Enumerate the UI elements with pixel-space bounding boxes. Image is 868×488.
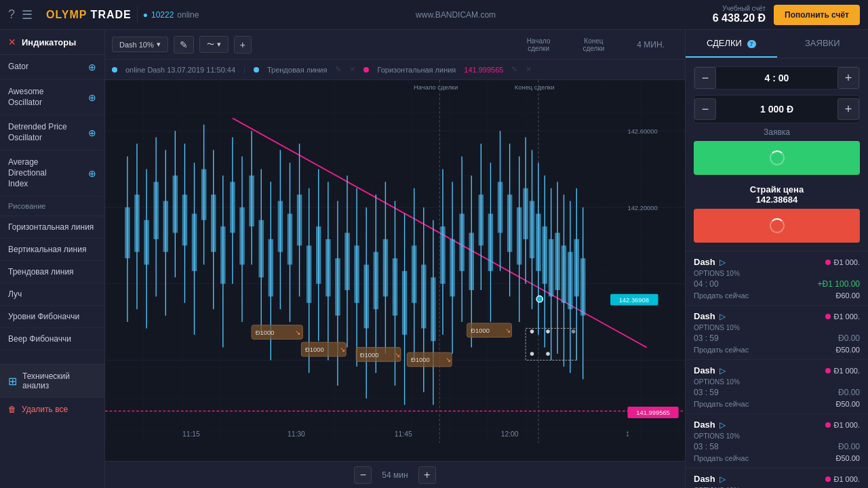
sidebar-item-trend-line[interactable]: Трендовая линия xyxy=(0,261,104,283)
horiz-remove-icon[interactable]: ✕ xyxy=(526,65,532,74)
chart-svg: Ð1000 ↘ Ð1000 ↘ Ð1000 ↘ Ð1000 ↘ xyxy=(105,80,685,443)
trade-4-name-group: Dash ▷ xyxy=(694,420,726,430)
trade-item-1-name-group: Dash ▷ xyxy=(694,257,726,267)
draw-tool-btn[interactable]: ✎ xyxy=(174,36,194,54)
horiz-edit-icon[interactable]: ✎ xyxy=(511,65,517,74)
svg-rect-62 xyxy=(125,207,130,258)
trade-5-amount-group: Ð1 000. xyxy=(825,475,860,483)
trade-3-sell-btn[interactable]: Продать сейчас xyxy=(694,400,749,408)
sidebar-item-fib-fan[interactable]: Веер Фибоначчи xyxy=(0,328,104,350)
zoom-in-btn[interactable]: + xyxy=(418,466,436,484)
instrument-selector[interactable]: Dash 10% ▾ xyxy=(112,37,168,52)
trade-1-options: OPTIONS 10% xyxy=(694,270,860,277)
sidebar-tech-analysis[interactable]: ⊞ Технический анализ xyxy=(0,364,104,397)
svg-rect-110 xyxy=(561,245,567,303)
svg-rect-90 xyxy=(393,258,398,316)
sidebar-delete-all[interactable]: 🗑 Удалить все xyxy=(0,397,104,421)
buy-button[interactable] xyxy=(694,141,860,175)
trade-4-sell-btn[interactable]: Продать сейчас xyxy=(694,454,749,462)
bandicam-watermark: www.BANDICAM.com xyxy=(199,10,712,20)
trade-2-amount-group: Ð1 000. xyxy=(825,312,860,321)
trade-1-sell-btn[interactable]: Продать сейчас xyxy=(694,291,749,300)
sell-button[interactable] xyxy=(694,209,860,243)
trend-remove-icon[interactable]: ✕ xyxy=(349,65,355,74)
trade-2-name: Dash xyxy=(694,311,715,321)
chart-type-icon: 〜 xyxy=(207,39,214,49)
buy-spinner xyxy=(770,150,785,165)
trade-4-amount: Ð1 000. xyxy=(833,421,860,429)
awesome-label: AwesomeOscillator xyxy=(8,87,43,108)
help-icon[interactable]: ? xyxy=(8,7,15,22)
sidebar-item-vert-line[interactable]: Вертикальная линия xyxy=(0,239,104,261)
sidebar-item-awesome[interactable]: AwesomeOscillator ⊕ xyxy=(0,80,104,115)
duration-control: − 4 : 00 + xyxy=(694,66,860,89)
svg-rect-80 xyxy=(297,195,302,245)
drawing-section-label: Рисование xyxy=(0,197,104,216)
svg-rect-82 xyxy=(316,226,321,284)
trade-4-profit: Ð0.00 xyxy=(838,442,860,451)
gator-add-icon[interactable]: ⊕ xyxy=(88,62,96,73)
delete-label: Удалить все xyxy=(22,405,68,414)
trade-4-options: OPTIONS 10% xyxy=(694,432,860,440)
sidebar-item-detrended[interactable]: Detrended PriceOscillator ⊕ xyxy=(0,115,104,150)
trade-4-icon: ▷ xyxy=(719,420,726,430)
svg-rect-69 xyxy=(192,214,197,271)
svg-rect-67 xyxy=(173,176,178,233)
svg-text:↘: ↘ xyxy=(505,327,511,334)
svg-point-119 xyxy=(572,329,576,333)
trade-item-1: Dash ▷ Ð1 000. OPTIONS 10% 04 : 00 +Ð1 1… xyxy=(686,251,868,306)
svg-rect-94 xyxy=(431,277,436,341)
tab-orders[interactable]: ЗАЯВКИ xyxy=(777,30,869,58)
instrument-dropdown-icon: ▾ xyxy=(157,40,161,49)
order-widget: − 4 : 00 + − 1 000 Ð + Заявка Страйк це xyxy=(686,58,868,251)
svg-rect-68 xyxy=(182,195,188,245)
sidebar-item-fib-levels[interactable]: Уровни Фибоначчи xyxy=(0,306,104,328)
close-icon[interactable]: ✕ xyxy=(8,37,16,47)
trade-4-time-row: 03 : 58 Ð0.00 xyxy=(694,442,860,451)
chart-type-btn[interactable]: 〜 ▾ xyxy=(199,36,229,53)
duration-increase-btn[interactable]: + xyxy=(837,67,859,89)
trade-2-sell-btn[interactable]: Продать сейчас xyxy=(694,346,749,354)
trade-3-profit: Ð0.00 xyxy=(838,388,860,397)
svg-text:Ð1000: Ð1000 xyxy=(305,346,324,353)
period-label: 4 МИН. xyxy=(623,40,678,49)
menu-icon[interactable]: ☰ xyxy=(22,7,33,22)
sidebar-item-adi[interactable]: AverageDirectionalIndex ⊕ xyxy=(0,150,104,197)
header: ? ☰ OLYMP TRADE ● 10222 online www.BANDI… xyxy=(0,0,868,30)
sidebar-item-ray[interactable]: Луч xyxy=(0,283,104,306)
tech-icon: ⊞ xyxy=(8,375,17,388)
trade-2-dot xyxy=(825,314,831,319)
svg-rect-70 xyxy=(201,169,207,220)
trade-2-amount: Ð1 000. xyxy=(833,312,860,321)
tab-trades[interactable]: СДЕЛКИ 7 xyxy=(686,30,777,58)
trade-2-time: 03 : 59 xyxy=(694,333,719,343)
svg-text:11:15: 11:15 xyxy=(182,430,200,438)
chart-bottom-bar: − 54 мин + xyxy=(105,461,685,488)
chart-canvas[interactable]: Ð1000 ↘ Ð1000 ↘ Ð1000 ↘ Ð1000 ↘ xyxy=(105,80,685,461)
svg-rect-79 xyxy=(288,214,293,264)
sidebar-item-horiz-line[interactable]: Горизонтальная линия xyxy=(0,216,104,239)
svg-text:↘: ↘ xyxy=(340,346,345,353)
svg-rect-86 xyxy=(354,245,359,303)
adi-add-icon[interactable]: ⊕ xyxy=(88,168,96,179)
svg-rect-106 xyxy=(536,214,541,271)
amount-increase-btn[interactable]: + xyxy=(837,98,859,120)
detrended-add-icon[interactable]: ⊕ xyxy=(88,127,96,138)
trend-edit-icon[interactable]: ✎ xyxy=(335,65,341,74)
amount-control: − 1 000 Ð + xyxy=(694,95,860,123)
duration-decrease-btn[interactable]: − xyxy=(694,67,716,89)
svg-rect-88 xyxy=(374,252,379,310)
horiz-line-label: Горизонтальная линия xyxy=(377,66,456,74)
awesome-add-icon[interactable]: ⊕ xyxy=(88,92,96,103)
add-indicator-btn[interactable]: + xyxy=(234,36,252,54)
zoom-out-btn[interactable]: − xyxy=(354,466,372,484)
topup-button[interactable]: Пополнить счёт xyxy=(774,5,860,25)
svg-rect-77 xyxy=(269,239,274,297)
trade-item-3-header: Dash ▷ Ð1 000. xyxy=(694,365,860,375)
sidebar-item-gator[interactable]: Gator ⊕ xyxy=(0,55,104,80)
trade-3-icon: ▷ xyxy=(719,366,726,375)
svg-text:141.999565: 141.999565 xyxy=(636,409,670,416)
order-section-label: Заявка xyxy=(694,123,860,141)
trend-line-label: Трендовая линия xyxy=(267,66,328,74)
amount-decrease-btn[interactable]: − xyxy=(694,98,716,120)
